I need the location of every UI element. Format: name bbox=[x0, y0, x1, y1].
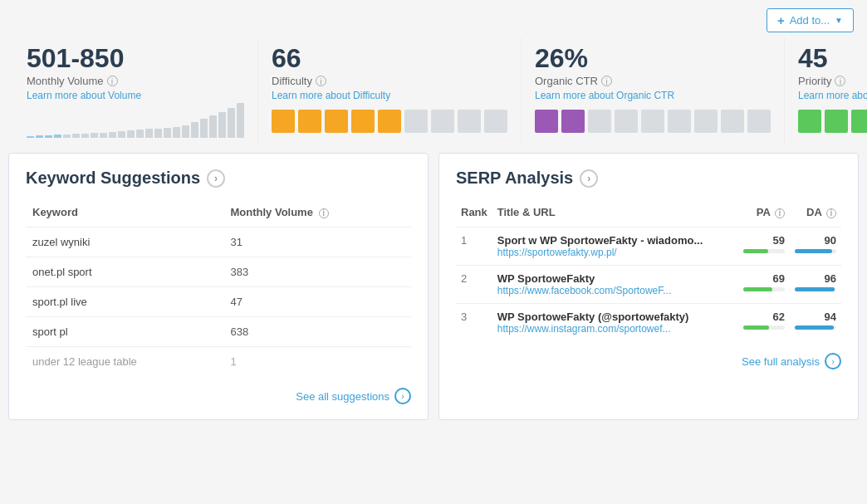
table-row: 1Sport w WP SportoweFakty - wiadomo...ht… bbox=[456, 228, 841, 266]
volume-bar bbox=[218, 112, 226, 138]
keyword-cell: under 12 league table bbox=[26, 347, 223, 377]
col-volume-header: Monthly Volume i bbox=[223, 201, 411, 228]
serp-title: Sport w WP SportoweFakty - wiadomo... bbox=[497, 234, 733, 247]
metric-block bbox=[484, 110, 507, 133]
see-all-arrow-icon: › bbox=[394, 388, 411, 404]
volume-cell: 1 bbox=[223, 347, 411, 377]
col-pa-header: PA i bbox=[738, 201, 790, 228]
keyword-suggestions-title: Keyword Suggestions › bbox=[26, 169, 411, 188]
title-url-cell: WP SportoweFaktyhttps://www.facebook.com… bbox=[492, 266, 738, 304]
pa-info-icon[interactable]: i bbox=[775, 208, 785, 218]
volume-bar bbox=[63, 135, 71, 138]
serp-url[interactable]: https://www.instagram.com/sportowef... bbox=[497, 323, 733, 335]
difficulty-link[interactable]: Learn more about Difficulty bbox=[272, 90, 507, 101]
volume-bar bbox=[228, 108, 235, 138]
volume-bar bbox=[109, 132, 116, 138]
serp-url[interactable]: https://sportowefakty.wp.pl/ bbox=[497, 247, 733, 258]
table-row: sport.pl live47 bbox=[26, 287, 411, 317]
serp-analysis-panel: SERP Analysis › Rank Title & URL PA i bbox=[438, 153, 859, 420]
col-keyword-header: Keyword bbox=[26, 201, 223, 228]
pa-value: 69 bbox=[743, 272, 785, 285]
pa-cell: 59 bbox=[738, 228, 790, 266]
metric-organic-ctr: 26% Organic CTR i Learn more about Organ… bbox=[522, 37, 785, 144]
volume-cell: 47 bbox=[223, 287, 411, 317]
add-to-button[interactable]: + Add to... ▼ bbox=[767, 8, 854, 32]
volume-bar bbox=[191, 122, 198, 138]
metric-block bbox=[325, 110, 348, 133]
volume-bar bbox=[100, 133, 107, 138]
rank-cell: 1 bbox=[456, 228, 492, 266]
pa-value: 59 bbox=[743, 234, 785, 247]
serp-analysis-nav-icon[interactable]: › bbox=[580, 169, 598, 188]
da-cell: 96 bbox=[790, 266, 841, 304]
ctr-info-icon[interactable]: i bbox=[601, 76, 612, 86]
metric-block bbox=[378, 110, 401, 133]
volume-bar bbox=[81, 134, 89, 138]
pa-cell: 62 bbox=[738, 304, 790, 342]
keyword-table: Keyword Monthly Volume i zuzel wyniki31o… bbox=[26, 201, 411, 376]
volume-bar bbox=[182, 125, 189, 138]
volume-bar bbox=[36, 135, 43, 138]
volume-bar bbox=[91, 133, 98, 138]
difficulty-info-icon[interactable]: i bbox=[316, 76, 326, 86]
da-info-icon[interactable]: i bbox=[826, 208, 836, 218]
serp-title: WP SportoweFakty (@sportowefakty) bbox=[497, 311, 733, 323]
da-bar bbox=[795, 249, 832, 253]
keyword-cell: onet.pl sport bbox=[26, 257, 223, 287]
volume-cell: 638 bbox=[223, 317, 411, 347]
metric-block bbox=[851, 110, 867, 133]
metric-block bbox=[798, 110, 821, 133]
serp-url[interactable]: https://www.facebook.com/SportoweF... bbox=[497, 285, 733, 296]
priority-label: Priority i bbox=[798, 75, 867, 87]
da-cell: 90 bbox=[790, 228, 841, 266]
volume-col-info-icon[interactable]: i bbox=[319, 208, 329, 218]
volume-bar bbox=[200, 119, 208, 138]
keyword-cell: sport.pl live bbox=[26, 287, 223, 317]
col-da-header: DA i bbox=[790, 201, 841, 228]
plus-icon: + bbox=[777, 13, 785, 27]
volume-bar bbox=[154, 129, 162, 138]
priority-link[interactable]: Learn more about Priority bbox=[798, 90, 867, 101]
main-content: Keyword Suggestions › Keyword Monthly Vo… bbox=[0, 153, 867, 428]
table-row: 3WP SportoweFakty (@sportowefakty)https:… bbox=[456, 304, 841, 342]
volume-bar bbox=[27, 136, 34, 138]
volume-info-icon[interactable]: i bbox=[107, 76, 118, 86]
difficulty-label: Difficulty i bbox=[272, 75, 507, 87]
table-row: 2WP SportoweFaktyhttps://www.facebook.co… bbox=[456, 266, 841, 304]
metric-block bbox=[694, 110, 718, 133]
volume-bar bbox=[118, 131, 125, 138]
da-value: 94 bbox=[795, 311, 836, 323]
metric-block bbox=[721, 110, 744, 133]
metric-block bbox=[431, 110, 454, 133]
see-full-analysis-link[interactable]: See full analysis › bbox=[456, 353, 841, 369]
volume-label: Monthly Volume i bbox=[27, 75, 244, 87]
volume-bar bbox=[173, 127, 180, 138]
serp-title: WP SportoweFakty bbox=[497, 272, 733, 285]
volume-value: 501-850 bbox=[27, 44, 244, 73]
see-all-suggestions-link[interactable]: See all suggestions › bbox=[26, 388, 411, 404]
priority-info-icon[interactable]: i bbox=[835, 76, 845, 86]
metric-block bbox=[747, 110, 771, 133]
pa-bar bbox=[743, 287, 772, 291]
top-bar: + Add to... ▼ bbox=[0, 0, 867, 37]
metric-block bbox=[458, 110, 481, 133]
metrics-row: 501-850 Monthly Volume i Learn more abou… bbox=[0, 37, 867, 153]
table-row: zuzel wyniki31 bbox=[26, 228, 411, 257]
title-url-cell: WP SportoweFakty (@sportowefakty)https:/… bbox=[492, 304, 738, 342]
title-url-cell: Sport w WP SportoweFakty - wiadomo...htt… bbox=[492, 228, 738, 266]
table-row: sport pl638 bbox=[26, 317, 411, 347]
volume-bar bbox=[45, 135, 52, 138]
metric-block bbox=[272, 110, 295, 133]
keyword-suggestions-nav-icon[interactable]: › bbox=[207, 169, 225, 188]
add-to-label: Add to... bbox=[790, 14, 830, 27]
metric-block bbox=[588, 110, 611, 133]
metric-block bbox=[298, 110, 321, 133]
table-row: onet.pl sport383 bbox=[26, 257, 411, 287]
volume-link[interactable]: Learn more about Volume bbox=[27, 90, 244, 101]
rank-cell: 3 bbox=[456, 304, 492, 342]
metric-block bbox=[668, 110, 691, 133]
ctr-link[interactable]: Learn more about Organic CTR bbox=[535, 90, 771, 101]
col-title-url-header: Title & URL bbox=[492, 201, 738, 228]
difficulty-chart bbox=[272, 108, 507, 135]
serp-analysis-title: SERP Analysis › bbox=[456, 169, 841, 188]
